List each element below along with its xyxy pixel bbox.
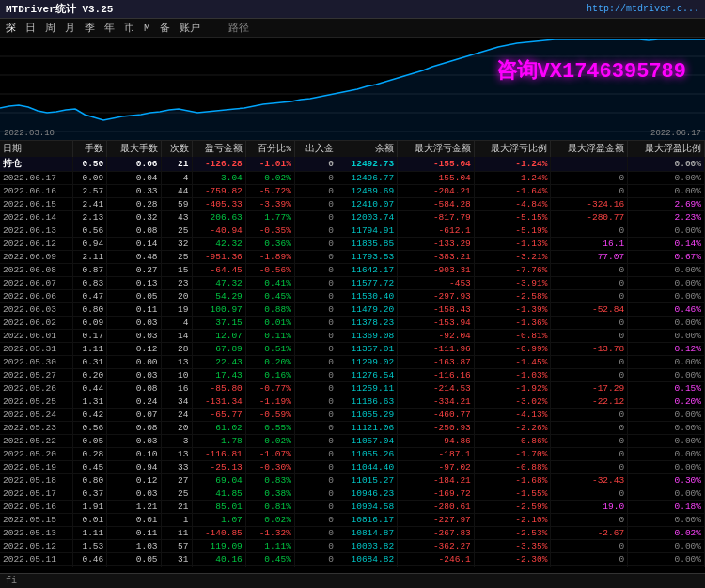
cell-io: 0 xyxy=(294,501,337,514)
data-table-container[interactable]: 日期 手数 最大手数 次数 盈亏金额 百分比% 出入金 余额 最大浮亏金额 最大… xyxy=(0,141,705,567)
cell-h1: 2.11 xyxy=(72,251,106,264)
cell-mfl: -453 xyxy=(398,277,475,290)
table-row: 2022.06.08 0.87 0.27 15 -64.45 -0.56% 0 … xyxy=(0,264,705,277)
cell-h2: 1.21 xyxy=(107,501,161,514)
cell-mflp: -1.13% xyxy=(474,238,551,251)
cell-mflp: -5.15% xyxy=(474,211,551,224)
cell-io: 0 xyxy=(294,224,337,238)
nav-month[interactable]: 月 xyxy=(65,21,75,35)
cell-mfl: -163.87 xyxy=(398,356,475,369)
cell-pct: -0.59% xyxy=(245,409,294,422)
nav-coin[interactable]: 币 xyxy=(124,21,134,35)
nav-year[interactable]: 年 xyxy=(104,21,115,35)
cell-h1: 1.11 xyxy=(72,343,106,356)
cell-h3: 31 xyxy=(161,553,192,566)
table-row: 2022.05.25 1.31 0.24 34 -131.34 -1.19% 0… xyxy=(0,395,705,409)
nav-day[interactable]: 日 xyxy=(25,21,36,35)
cell-h1: 0.80 xyxy=(72,303,106,317)
cell-pnl: 1.07 xyxy=(192,514,245,527)
cell-date: 2022.05.13 xyxy=(0,527,72,540)
table-row: 2022.06.13 0.56 0.08 25 -40.94 -0.35% 0 … xyxy=(0,224,705,238)
cell-mfg: 0 xyxy=(551,330,628,343)
cell-h1: 0.05 xyxy=(72,435,106,448)
cell-io: 0 xyxy=(294,553,337,566)
cell-date: 2022.05.16 xyxy=(0,501,72,514)
table-row: 2022.05.16 1.91 1.21 21 85.01 0.81% 0 10… xyxy=(0,501,705,514)
cell-mfl: -116.16 xyxy=(398,369,475,382)
cell-h2: 0.03 xyxy=(107,330,161,343)
cell-h3: 24 xyxy=(161,409,192,422)
cell-io: 0 xyxy=(294,474,337,487)
cell-bal: 11015.27 xyxy=(337,474,397,487)
cell-h3: 43 xyxy=(161,211,192,224)
cell-mfl: -184.21 xyxy=(398,474,475,487)
cell-mfl: -246.1 xyxy=(398,553,475,566)
cell-h1: 0.31 xyxy=(72,356,106,369)
col-balance: 余额 xyxy=(337,141,397,157)
cell-date: 2022.05.19 xyxy=(0,461,72,474)
cell-io: 0 xyxy=(294,172,337,185)
cell-pnl: 41.85 xyxy=(192,487,245,501)
cell-pnl: 1.78 xyxy=(192,435,245,448)
cell-io: 0 xyxy=(294,487,337,501)
cell-h3: 13 xyxy=(161,356,192,369)
cell-h2: 0.03 xyxy=(107,317,161,330)
cell-mfg: 0 xyxy=(551,487,628,501)
cell-h2: 0.08 xyxy=(107,224,161,238)
col-pnl: 盈亏金额 xyxy=(192,141,245,157)
nav-week[interactable]: 周 xyxy=(45,21,55,35)
cell-h3: 25 xyxy=(161,251,192,264)
cell-mflp: -3.21% xyxy=(474,251,551,264)
cell-date: 2022.06.08 xyxy=(0,264,72,277)
cell-date: 2022.06.15 xyxy=(0,198,72,211)
cell-mfg: 0 xyxy=(551,290,628,303)
cell-mfg: 0 xyxy=(551,277,628,290)
bottom-text: fi xyxy=(6,576,17,586)
cell-bal: 12003.74 xyxy=(337,211,397,224)
table-row: 2022.05.27 0.20 0.03 10 17.43 0.16% 0 11… xyxy=(0,369,705,382)
nav-quarter[interactable]: 季 xyxy=(85,21,95,35)
table-row: 2022.06.03 0.80 0.11 19 100.97 0.88% 0 1… xyxy=(0,303,705,317)
nav-account[interactable]: 账户 xyxy=(180,21,200,35)
cell-h3: 20 xyxy=(161,566,192,568)
cell-mflp: -1.39% xyxy=(474,303,551,317)
cell-mfg: 0 xyxy=(551,422,628,435)
cell-h1: 0.56 xyxy=(72,422,106,435)
cell-date: 2022.06.13 xyxy=(0,224,72,238)
url-link[interactable]: http://mtdriver.c... xyxy=(587,4,699,14)
nav-m[interactable]: M xyxy=(144,23,150,34)
cell-bal: 11793.53 xyxy=(337,251,397,264)
cell-pct: -1.07% xyxy=(245,448,294,461)
summary-io: 0 xyxy=(294,157,337,172)
cell-mflp: -1.45% xyxy=(474,356,551,369)
cell-mfgp: 0.20% xyxy=(628,395,705,409)
cell-h1: 1.53 xyxy=(72,540,106,553)
cell-mfgp: 0.00% xyxy=(628,448,705,461)
cell-mfl: -155.04 xyxy=(398,172,475,185)
cell-mflp: -0.99% xyxy=(474,343,551,356)
cell-io: 0 xyxy=(294,356,337,369)
cell-mfg: -324.16 xyxy=(551,198,628,211)
cell-io: 0 xyxy=(294,566,337,568)
cell-mfg: -52.84 xyxy=(551,303,628,317)
table-row: 2022.06.17 0.09 0.04 4 3.04 0.02% 0 1249… xyxy=(0,172,705,185)
table-row: 2022.06.12 0.94 0.14 32 42.32 0.36% 0 11… xyxy=(0,238,705,251)
summary-h2: 0.06 xyxy=(107,157,161,172)
cell-date: 2022.05.22 xyxy=(0,435,72,448)
cell-mflp: -0.81% xyxy=(474,330,551,343)
cell-h2: 0.00 xyxy=(107,356,161,369)
cell-h2: 0.28 xyxy=(107,198,161,211)
cell-mfl: -297.93 xyxy=(398,290,475,303)
cell-h3: 16 xyxy=(161,382,192,395)
cell-h1: 0.45 xyxy=(72,461,106,474)
cell-mfl: -111.96 xyxy=(398,343,475,356)
cell-pnl: -85.80 xyxy=(192,382,245,395)
cell-h2: 0.27 xyxy=(107,264,161,277)
cell-pct: 1.77% xyxy=(245,211,294,224)
summary-mfl: -155.04 xyxy=(398,157,475,172)
cell-pct: -3.39% xyxy=(245,198,294,211)
cell-mfgp: 0.00% xyxy=(628,422,705,435)
nav-backup[interactable]: 备 xyxy=(160,21,170,35)
nav-explore[interactable]: 探 xyxy=(6,21,16,35)
cell-h1: 2.41 xyxy=(72,198,106,211)
